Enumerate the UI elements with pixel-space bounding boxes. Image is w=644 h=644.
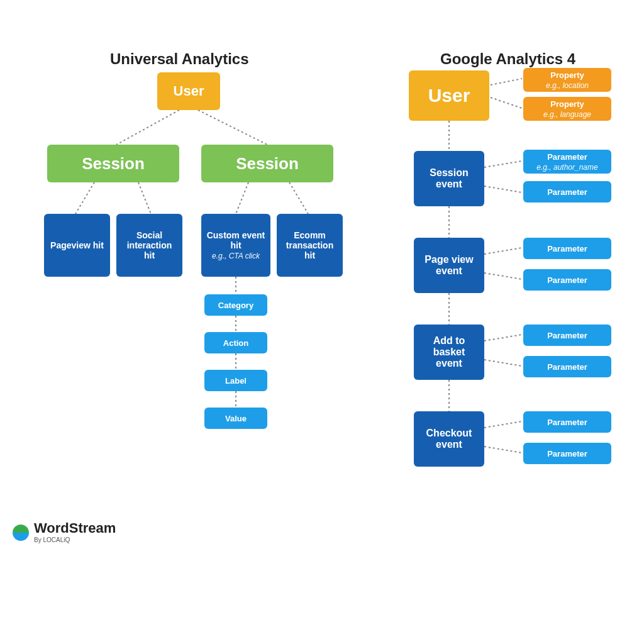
ga4-user-label: User <box>428 85 470 106</box>
ga4-event-addtobasket-param-1: Parameter <box>523 325 611 346</box>
ua-hit-pageview-label: Pageview hit <box>50 240 104 250</box>
brand-logo: WordStream By LOCALiQ <box>13 521 116 543</box>
svg-line-19 <box>484 273 522 279</box>
ua-user-label: User <box>174 83 204 99</box>
ua-session-1: Session <box>47 145 179 182</box>
ga4-user-prop-2: Property e.g., language <box>523 97 611 121</box>
ga4-event-checkout-param-2-label: Parameter <box>547 449 587 458</box>
svg-line-11 <box>491 97 522 108</box>
ga4-user-prop-1-label: Property <box>550 70 584 80</box>
brand-name: WordStream <box>34 521 116 535</box>
svg-line-2 <box>75 182 94 214</box>
ua-param-category: Category <box>204 294 267 316</box>
ua-hit-ecomm-label: Ecomm transaction hit <box>282 230 338 260</box>
ua-param-category-label: Category <box>218 301 253 310</box>
ua-user-box: User <box>157 72 220 110</box>
ga4-event-pageview-param-2-label: Parameter <box>547 275 587 285</box>
svg-line-17 <box>484 186 522 192</box>
ua-title: Universal Analytics <box>110 50 249 68</box>
ua-hit-social-label: Social interaction hit <box>121 230 177 260</box>
ua-param-value: Value <box>204 408 267 429</box>
ga4-event-checkout-param-2: Parameter <box>523 443 611 464</box>
ga4-event-pageview: Page view event <box>414 238 484 293</box>
ga4-event-addtobasket-param-1-label: Parameter <box>547 331 587 340</box>
ga4-event-session-param-1-sub: e.g., author_name <box>536 163 597 172</box>
ua-param-action-label: Action <box>223 338 248 348</box>
ua-param-label: Label <box>204 370 267 391</box>
ua-session-1-label: Session <box>82 154 145 174</box>
ua-hit-pageview: Pageview hit <box>44 214 110 277</box>
ua-param-value-label: Value <box>225 414 247 423</box>
ga4-event-checkout-label: Checkout event <box>419 428 479 450</box>
ga4-event-session-param-1-label: Parameter <box>547 152 587 162</box>
ga4-user-prop-1: Property e.g., location <box>523 68 611 92</box>
ua-param-action: Action <box>204 332 267 353</box>
ga4-user-prop-1-sub: e.g., location <box>546 81 589 90</box>
ga4-event-pageview-param-1: Parameter <box>523 238 611 259</box>
ga4-event-pageview-param-1-label: Parameter <box>547 244 587 253</box>
ua-hit-social: Social interaction hit <box>116 214 182 277</box>
svg-line-5 <box>289 182 308 214</box>
svg-line-22 <box>484 421 522 428</box>
diagram-canvas: Universal Analytics User Session Session… <box>0 0 644 644</box>
ga4-user-prop-2-label: Property <box>550 99 584 109</box>
ua-hit-custom-label: Custom event hit <box>206 230 265 250</box>
ga4-event-checkout: Checkout event <box>414 411 484 467</box>
svg-line-4 <box>236 182 248 214</box>
ga4-event-pageview-label: Page view event <box>419 254 479 277</box>
ua-session-2: Session <box>201 145 333 182</box>
ga4-event-addtobasket-param-2-label: Parameter <box>547 362 587 372</box>
ua-session-2-label: Session <box>236 154 299 174</box>
svg-line-16 <box>484 161 522 167</box>
svg-line-23 <box>484 447 522 453</box>
brand-byline: By LOCALiQ <box>34 537 116 543</box>
ga4-event-addtobasket-label: Add to basket event <box>419 335 479 369</box>
ga4-event-addtobasket-param-2: Parameter <box>523 356 611 377</box>
ga4-event-addtobasket: Add to basket event <box>414 325 484 380</box>
ga4-event-session-param-2: Parameter <box>523 181 611 203</box>
svg-line-21 <box>484 360 522 366</box>
ga4-event-session-param-1: Parameter e.g., author_name <box>523 150 611 174</box>
ga4-event-checkout-param-1: Parameter <box>523 411 611 433</box>
ga4-user-prop-2-sub: e.g., language <box>543 110 591 119</box>
ua-hit-custom: Custom event hit e.g., CTA click <box>201 214 270 277</box>
ga4-user-box: User <box>409 70 489 121</box>
ga4-title: Google Analytics 4 <box>440 50 575 68</box>
svg-line-10 <box>491 79 522 85</box>
ga4-event-session-param-2-label: Parameter <box>547 187 587 197</box>
ga4-event-checkout-param-1-label: Parameter <box>547 418 587 427</box>
ua-param-label-label: Label <box>225 376 247 386</box>
svg-line-18 <box>484 248 522 254</box>
svg-line-0 <box>116 110 179 145</box>
svg-line-20 <box>484 335 522 341</box>
brand-logo-icon <box>13 525 29 541</box>
ua-hit-ecomm: Ecomm transaction hit <box>277 214 343 277</box>
ga4-event-session-label: Session event <box>419 167 479 190</box>
ga4-event-session: Session event <box>414 151 484 206</box>
svg-line-1 <box>198 110 267 145</box>
ga4-event-pageview-param-2: Parameter <box>523 269 611 291</box>
ua-hit-custom-sub: e.g., CTA click <box>212 252 260 260</box>
svg-line-3 <box>138 182 151 214</box>
